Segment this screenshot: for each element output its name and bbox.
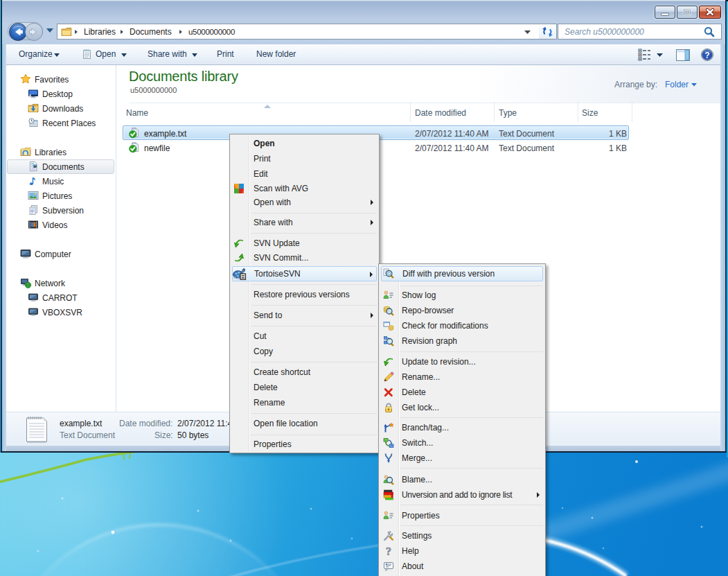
svg-text:?: ? <box>386 546 391 557</box>
svg-text:?: ? <box>704 51 709 60</box>
